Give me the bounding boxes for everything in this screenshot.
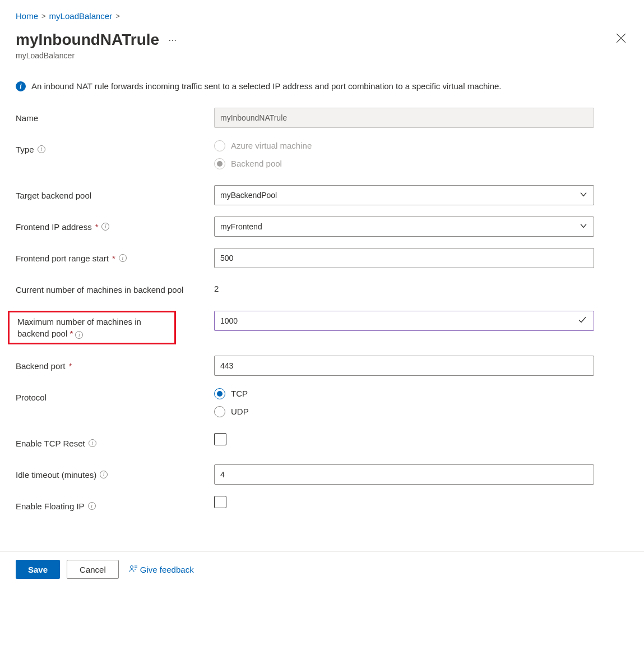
target-pool-label: Target backend pool <box>16 185 214 201</box>
breadcrumb: Home > myLoadBalancer > <box>16 11 628 21</box>
idle-timeout-input[interactable] <box>214 464 594 485</box>
max-machines-highlight: Maximum number of machines in backend po… <box>8 311 176 344</box>
save-button[interactable]: Save <box>16 560 60 579</box>
page-subtitle: myLoadBalancer <box>16 51 177 60</box>
port-range-start-label: Frontend port range start * i <box>16 248 214 264</box>
name-label: Name <box>16 108 214 124</box>
info-banner: i An inbound NAT rule forwards incoming … <box>16 80 628 93</box>
name-input <box>214 108 594 128</box>
protocol-radio-udp[interactable] <box>214 406 225 417</box>
info-icon[interactable]: i <box>38 145 45 153</box>
type-radio-vm <box>214 140 225 151</box>
info-icon[interactable]: i <box>101 223 109 231</box>
frontend-ip-label: Frontend IP address * i <box>16 217 214 233</box>
info-icon: i <box>16 81 26 91</box>
close-button[interactable] <box>614 31 628 48</box>
port-range-start-input[interactable] <box>214 248 594 268</box>
required-marker: * <box>112 252 115 264</box>
idle-timeout-label: Idle timeout (minutes) i <box>16 464 214 481</box>
frontend-ip-select[interactable]: myFrontend <box>214 217 594 237</box>
footer-bar: Save Cancel Give feedback <box>0 551 644 587</box>
info-icon[interactable]: i <box>119 254 127 262</box>
tcp-reset-checkbox[interactable] <box>214 433 226 445</box>
more-icon[interactable]: ··· <box>168 34 177 46</box>
close-icon <box>616 35 626 45</box>
feedback-link[interactable]: Give feedback <box>129 564 194 575</box>
current-machines-value: 2 <box>214 279 594 293</box>
cancel-button[interactable]: Cancel <box>67 560 119 579</box>
page-title: myInboundNATrule <box>16 31 159 49</box>
protocol-udp-label: UDP <box>231 407 249 416</box>
type-radio-pool-label: Backend pool <box>231 159 282 168</box>
required-marker: * <box>70 329 73 338</box>
max-machines-input[interactable] <box>214 311 594 331</box>
type-radio-vm-label: Azure virtual machine <box>231 141 312 150</box>
chevron-right-icon: > <box>115 12 120 20</box>
info-icon[interactable]: i <box>75 331 83 339</box>
info-icon[interactable]: i <box>89 439 96 447</box>
floating-ip-label: Enable Floating IP i <box>16 496 214 512</box>
backend-port-label: Backend port * <box>16 356 214 372</box>
breadcrumb-home[interactable]: Home <box>16 11 38 21</box>
feedback-icon <box>129 564 138 575</box>
type-radio-pool <box>214 158 225 169</box>
required-marker: * <box>68 360 72 372</box>
tcp-reset-label: Enable TCP Reset i <box>16 433 214 449</box>
protocol-label: Protocol <box>16 387 214 403</box>
required-marker: * <box>95 221 99 233</box>
floating-ip-checkbox[interactable] <box>214 496 226 508</box>
target-pool-select[interactable]: myBackendPool <box>214 185 594 205</box>
svg-point-2 <box>130 565 133 568</box>
backend-port-input[interactable] <box>214 356 594 376</box>
protocol-radio-tcp[interactable] <box>214 388 225 399</box>
info-icon[interactable]: i <box>100 471 108 478</box>
info-text: An inbound NAT rule forwards incoming tr… <box>31 80 502 93</box>
info-icon[interactable]: i <box>88 502 96 510</box>
type-label: Type i <box>16 139 214 155</box>
current-machines-label: Current number of machines in backend po… <box>16 279 214 296</box>
chevron-right-icon: > <box>41 12 46 20</box>
breadcrumb-parent[interactable]: myLoadBalancer <box>49 11 113 21</box>
protocol-tcp-label: TCP <box>231 389 248 398</box>
